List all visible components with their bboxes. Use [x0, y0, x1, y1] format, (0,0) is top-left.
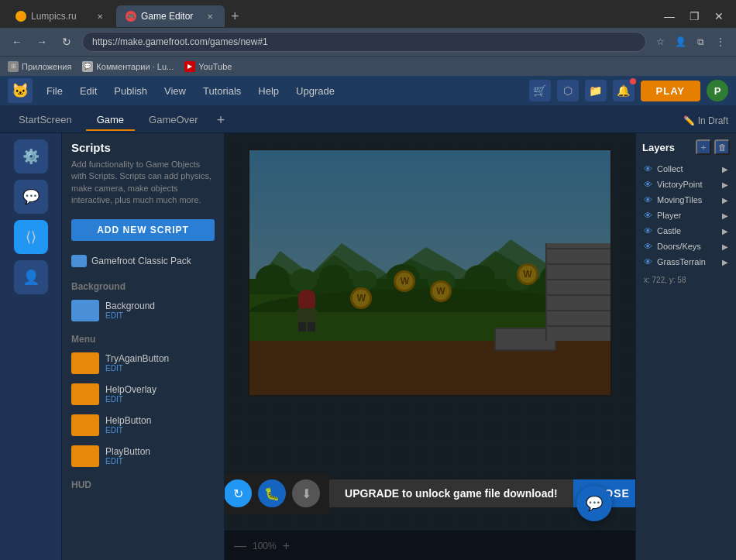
settings-sidebar-icon[interactable]: ⚙️: [14, 139, 48, 173]
tab-startscreen[interactable]: StartScreen: [8, 110, 83, 131]
layer-castle[interactable]: 👁 Castle ▶: [642, 223, 730, 239]
play-button[interactable]: PLAY: [641, 81, 700, 101]
forward-button[interactable]: →: [33, 33, 51, 51]
scripts-title: Scripts: [71, 141, 215, 154]
tab-gameover[interactable]: GameOver: [138, 110, 209, 131]
eye-icon-castle: 👁: [644, 226, 652, 235]
comments-favicon: 💬: [82, 61, 93, 72]
add-scene-button[interactable]: +: [212, 112, 230, 129]
apps-icon: ⊞: [8, 61, 19, 72]
script-helpoverlay-edit[interactable]: EDIT: [105, 395, 156, 404]
maximize-button[interactable]: ❐: [683, 5, 705, 27]
new-tab-button[interactable]: +: [226, 9, 244, 25]
user-avatar[interactable]: P: [707, 80, 728, 101]
script-helpbutton-edit[interactable]: EDIT: [105, 426, 151, 435]
script-playbutton[interactable]: PlayButton EDIT: [62, 441, 224, 472]
tab-lumpics[interactable]: 🟠 Lumpics.ru ✕: [6, 5, 115, 27]
eye-icon-player: 👁: [644, 211, 652, 220]
eye-icon-movingtiles: 👁: [644, 195, 652, 204]
bookmarks-bar: ⊞ Приложения 💬 Комментарии · Lu... ▶ You…: [0, 56, 736, 76]
bookmark-apps[interactable]: ⊞ Приложения: [8, 61, 71, 72]
script-tryagain-name: TryAgainButton: [105, 353, 169, 364]
menu-icon[interactable]: ⋮: [713, 34, 728, 50]
eye-icon-victory: 👁: [644, 180, 652, 189]
canvas-area: W W W W 🎁: [225, 133, 635, 560]
layers-title: Layers: [642, 142, 675, 153]
script-playbutton-edit[interactable]: EDIT: [105, 457, 150, 466]
coordinates-display: x: 722, y: 58: [642, 273, 730, 287]
delete-layer-button[interactable]: 🗑: [714, 139, 730, 155]
layer-grassterrain[interactable]: 👁 GrassTerrain ▶: [642, 254, 730, 270]
objects-sidebar-icon[interactable]: 💬: [14, 180, 48, 214]
profile-icon[interactable]: 👤: [672, 34, 688, 50]
script-helpbutton[interactable]: HelpButton EDIT: [62, 410, 224, 441]
layer-grassterrain-label: GrassTerrain: [657, 257, 706, 266]
script-helpoverlay-thumb: [71, 383, 99, 405]
help-menu[interactable]: Help: [250, 81, 287, 101]
folder-label: Gamefroot Classic Pack: [91, 256, 191, 266]
scripts-sidebar-icon[interactable]: ⟨⟩: [14, 220, 48, 254]
chat-bubble[interactable]: 💬: [576, 486, 612, 521]
extensions-icon[interactable]: ⧉: [693, 34, 708, 50]
url-input[interactable]: [82, 32, 646, 52]
layer-doorskeys[interactable]: 👁 Doors/Keys ▶: [642, 239, 730, 254]
script-background-thumb: [71, 300, 99, 321]
browser-chrome: 🟠 Lumpics.ru ✕ 🎮 Game Editor ✕ + — ❐ ✕ ←…: [0, 0, 736, 76]
toolbar-right: 🛒 ⬡ 📁 🔔 PLAY P: [529, 80, 728, 101]
bug-button[interactable]: 🐛: [258, 479, 286, 507]
minimize-button[interactable]: —: [659, 5, 680, 27]
bookmark-comments[interactable]: 💬 Комментарии · Lu...: [82, 61, 174, 72]
cart-icon[interactable]: 🛒: [529, 80, 551, 101]
upgrade-menu[interactable]: Upgrade: [288, 81, 342, 101]
bookmark-youtube[interactable]: ▶ YouTube: [184, 61, 232, 72]
tab1-label: Lumpics.ru: [31, 11, 77, 22]
layer-movingtiles[interactable]: 👁 MovingTiles ▶: [642, 192, 730, 208]
app-toolbar: 🐱 File Edit Publish View Tutorials Help …: [0, 76, 736, 105]
layer-collect-label: Collect: [657, 164, 683, 173]
tab-game[interactable]: Game: [86, 110, 135, 131]
assets-sidebar-icon[interactable]: 👤: [14, 260, 48, 294]
address-icons: ☆ 👤 ⧉ ⋮: [652, 34, 728, 50]
script-helpoverlay-name: HelpOverlay: [105, 384, 156, 395]
download-button[interactable]: ⬇: [292, 479, 320, 507]
scripts-description: Add functionality to Game Objects with S…: [71, 159, 215, 207]
pencil-icon: ✏️: [683, 115, 695, 126]
modal-message: UPGRADE to unlock game file download!: [329, 479, 573, 507]
close-window-button[interactable]: ✕: [708, 5, 730, 27]
layers-panel: Layers + 🗑 👁 Collect ▶ 👁 VictoryPoint ▶ …: [635, 133, 736, 560]
notifications-icon[interactable]: 🔔: [613, 80, 635, 101]
tab2-close[interactable]: ✕: [205, 11, 215, 22]
modal-bar: ↻ 🐛 ⬇ UPGRADE to unlock game file downlo…: [225, 473, 635, 514]
youtube-icon: ▶: [184, 61, 195, 72]
publish-menu[interactable]: Publish: [106, 81, 155, 101]
edit-menu[interactable]: Edit: [72, 81, 105, 101]
layer-player[interactable]: 👁 Player ▶: [642, 208, 730, 223]
tab1-close[interactable]: ✕: [95, 11, 105, 22]
tutorials-menu[interactable]: Tutorials: [195, 81, 249, 101]
folder-item[interactable]: Gamefroot Classic Pack: [62, 249, 224, 273]
script-tryagain-edit[interactable]: EDIT: [105, 364, 169, 373]
modal-overlay: ↻ 🐛 ⬇ UPGRADE to unlock game file downlo…: [225, 133, 635, 560]
lumpics-favicon: 🟠: [15, 11, 26, 22]
script-tryagain[interactable]: TryAgainButton EDIT: [62, 348, 224, 379]
add-layer-button[interactable]: +: [696, 139, 711, 155]
bookmark-icon[interactable]: ☆: [652, 34, 668, 50]
add-script-button[interactable]: ADD NEW SCRIPT: [71, 219, 215, 241]
draft-status[interactable]: ✏️ In Draft: [683, 115, 728, 126]
layer-victorypoint[interactable]: 👁 VictoryPoint ▶: [642, 177, 730, 192]
layer-collect[interactable]: 👁 Collect ▶: [642, 161, 730, 177]
script-background-edit[interactable]: EDIT: [105, 311, 155, 320]
view-menu[interactable]: View: [156, 81, 194, 101]
refresh-button[interactable]: ↻: [225, 479, 252, 507]
script-background[interactable]: Background EDIT: [62, 295, 224, 326]
file-menu[interactable]: File: [39, 81, 71, 101]
scripts-panel: Scripts Add functionality to Game Object…: [62, 133, 225, 560]
coins-icon[interactable]: ⬡: [557, 80, 579, 101]
app: 🐱 File Edit Publish View Tutorials Help …: [0, 76, 736, 560]
eye-icon-collect: 👁: [644, 164, 652, 173]
tab-game-editor[interactable]: 🎮 Game Editor ✕: [116, 5, 225, 27]
reload-button[interactable]: ↻: [57, 33, 76, 51]
script-helpoverlay[interactable]: HelpOverlay EDIT: [62, 379, 224, 410]
back-button[interactable]: ←: [8, 33, 26, 51]
folder-icon[interactable]: 📁: [585, 80, 607, 101]
